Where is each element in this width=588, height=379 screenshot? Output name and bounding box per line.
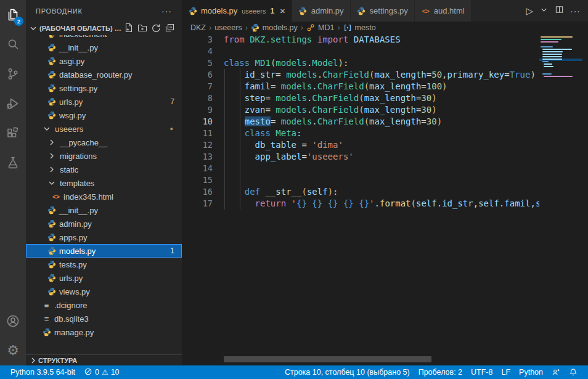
code-line-3[interactable]: 3from DKZ.settings import DATABASES [182,34,539,46]
line-number[interactable]: 5 [182,57,213,69]
testing-icon[interactable] [0,148,26,177]
status-indentation[interactable]: Пробелов: 2 [414,365,467,379]
code-line-9[interactable]: 9 zvan= models.CharField(max_length=30) [182,104,539,116]
line-number[interactable]: 17 [182,198,213,210]
code-text: class MD1(models.Model): [224,57,348,69]
tree-item-wsgi-py[interactable]: wsgi.py [26,108,182,122]
search-icon[interactable] [0,30,26,59]
tree-item-useeers[interactable]: useeers● [26,122,182,136]
breadcrumb-dkz[interactable]: DKZ [190,23,206,32]
tree-item--dcignore[interactable]: ≡.dcignore [26,298,182,312]
tree-item-db-sqlite3[interactable]: ≡db.sqlite3 [26,312,182,325]
more-actions-icon[interactable]: ··· [570,6,581,16]
status-cursor-position[interactable]: Строка 10, столбец 10 (выбрано 5) [280,365,414,379]
tree-item-indexelement[interactable]: indexelement [26,35,182,41]
tab-models-py[interactable]: models.pyuseeers1× [182,0,292,22]
code-line-13[interactable]: 13 app_label='useeers' [182,151,539,163]
line-number[interactable]: 13 [182,151,213,163]
tree-item-asgi-py[interactable]: asgi.py [26,54,182,68]
minimap-line [542,54,561,55]
line-number[interactable]: 8 [182,92,213,104]
horizontal-scrollbar[interactable] [224,356,431,362]
code-line-4[interactable]: 4 [182,46,539,57]
split-editor-icon[interactable] [555,5,564,17]
new-folder-icon[interactable] [137,23,147,34]
status-problems[interactable]: 0 ⚠ 10 [80,365,124,379]
notifications-bell-icon[interactable] [565,365,582,379]
outline-section-header[interactable]: СТРУКТУРА [26,354,182,365]
line-number[interactable]: 6 [182,69,213,81]
tree-item-database-roouter-py[interactable]: database_roouter.py [26,68,182,81]
line-number[interactable]: 14 [182,163,213,174]
run-dropdown-icon[interactable] [539,5,549,17]
breadcrumb-models-py[interactable]: models.py [251,23,298,33]
sidebar-more-icon[interactable]: ··· [161,6,172,16]
feedback-icon[interactable] [547,365,565,379]
code-line-10[interactable]: 10 mesto= models.CharField(max_length=30… [182,116,539,128]
line-number[interactable]: 7 [182,81,213,92]
tree-item-models-py[interactable]: models.py1 [26,244,182,258]
code-line-14[interactable]: 14 [182,163,539,174]
workspace-section-label: (РАБОЧАЯ ОБЛАСТЬ) … [39,25,121,32]
tree-item-migrations[interactable]: migrations [26,149,182,163]
explorer-icon[interactable]: 2 [0,0,26,30]
status-python-version[interactable]: Python 3.9.5 64-bit [6,365,80,379]
line-number[interactable]: 9 [182,104,213,116]
code-editor[interactable]: 3from DKZ.settings import DATABASES45cla… [182,34,539,365]
status-encoding[interactable]: UTF-8 [467,365,497,379]
tree-item-tests-py[interactable]: tests.py [26,258,182,271]
line-number[interactable]: 12 [182,139,213,151]
tree-item--init-py[interactable]: __init__.py [26,41,182,54]
tree-item-manage-py[interactable]: manage.py [26,325,182,339]
code-line-15[interactable]: 15 [182,174,539,186]
run-icon[interactable]: ▷ [526,6,533,17]
line-number[interactable]: 4 [182,46,213,57]
collapse-all-icon[interactable] [165,23,174,34]
tree-item-apps-py[interactable]: apps.py [26,230,182,244]
tree-item-index345-html[interactable]: <>index345.html [26,190,182,203]
minimap[interactable] [539,34,582,356]
tab-settings-py[interactable]: settings.py [351,0,415,22]
code-line-8[interactable]: 8 step= models.CharField(max_length=30) [182,92,539,104]
workspace-section-header[interactable]: (РАБОЧАЯ ОБЛАСТЬ) … [26,22,182,35]
breadcrumb-useeers[interactable]: useeers [214,23,242,32]
code-line-11[interactable]: 11 class Meta: [182,128,539,139]
tree-item-admin-py[interactable]: admin.py [26,217,182,230]
line-number[interactable]: 11 [182,128,213,139]
status-eol[interactable]: LF [497,365,515,379]
tree-item-static[interactable]: static [26,163,182,176]
run-and-debug-icon[interactable] [0,89,26,118]
tree-item--init-py[interactable]: __init__.py [26,203,182,217]
code-line-12[interactable]: 12 db_table = 'dima' [182,139,539,151]
breadcrumb-mesto[interactable]: mesto [343,23,376,33]
line-number[interactable]: 10 [182,116,213,128]
tree-item-urls-py[interactable]: urls.py7 [26,95,182,108]
refresh-icon[interactable] [151,23,161,34]
new-file-icon[interactable] [124,23,134,34]
line-number[interactable]: 3 [182,34,213,46]
code-line-6[interactable]: 6 id_str= models.CharField(max_length=50… [182,69,539,81]
tree-item-urls-py[interactable]: urls.py [26,271,182,285]
tab-admin-py[interactable]: admin.py [292,0,351,22]
code-line-7[interactable]: 7 famil= models.CharField(max_length=100… [182,81,539,92]
line-number[interactable]: 16 [182,186,213,198]
extensions-icon[interactable] [0,118,26,148]
code-line-17[interactable]: 17 return '{} {} {} {} {}'.format(self.i… [182,198,539,210]
status-language[interactable]: Python [515,365,547,379]
settings-gear-icon[interactable]: ⚙ [0,336,26,365]
code-line-16[interactable]: 16 def __str__(self): [182,186,539,198]
close-icon[interactable]: × [280,6,285,15]
breadcrumb-md1[interactable]: MD1 [306,23,334,33]
line-number[interactable]: 15 [182,174,213,186]
tree-item-templates[interactable]: templates [26,176,182,190]
minimap-line [541,39,561,40]
account-icon[interactable] [0,306,26,336]
tab-aud-html[interactable]: <>aud.html [415,0,472,22]
status-bar: Python 3.9.5 64-bit 0 ⚠ 10 Строка 10, ст… [0,365,588,379]
source-control-icon[interactable] [0,59,26,89]
tree-item-settings-py[interactable]: settings.py [26,81,182,95]
code-line-5[interactable]: 5class MD1(models.Model): [182,57,539,69]
tree-item--pycache-[interactable]: __pycache__ [26,136,182,149]
tree-item-label: db.sqlite3 [54,314,89,324]
tree-item-views-py[interactable]: views.py [26,285,182,298]
